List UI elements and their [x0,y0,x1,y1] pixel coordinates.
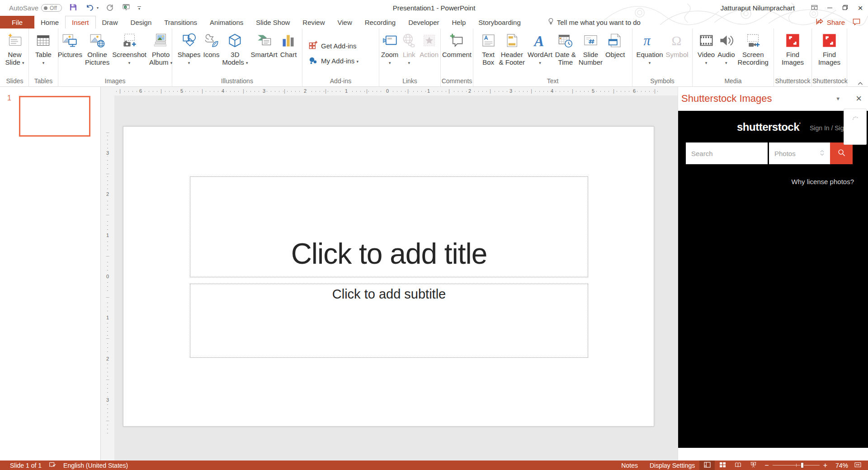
ribbon-button-new-slide[interactable]: NewSlide ▾ [4,29,25,67]
undo-button[interactable] [85,4,94,13]
ribbon-button-get-add-ins[interactable]: Get Add-ins [308,40,356,50]
display-settings-button[interactable]: Display Settings [642,461,699,470]
tab-view[interactable]: View [331,16,359,28]
ribbon-display-options-button[interactable] [807,2,822,14]
ribbon-group-tables-1: Table▾Tables [29,28,58,86]
why-license-link[interactable]: Why license photos? [792,178,854,185]
ribbon-button-label: SmartArt [250,51,277,58]
subtitle-placeholder[interactable]: Click to add subtitle [190,284,588,358]
zoom-slider-thumb[interactable] [801,462,804,468]
ribbon-button-screen-recording[interactable]: ScreenRecording [736,29,770,66]
tab-draw[interactable]: Draw [96,16,124,28]
slideshow-view-button[interactable] [745,461,761,470]
ribbon-button-zoom[interactable]: Zoom▾ [380,29,400,67]
tell-me-box[interactable]: Tell me what you want to do [548,16,641,28]
ribbon-button-video[interactable]: Video▾ [696,29,716,67]
ribbon-button-smartart[interactable]: SmartArt [249,29,278,58]
ribbon-button-header-footer[interactable]: Header& Footer [498,29,527,66]
zoom-level[interactable]: 74% [831,462,850,469]
ribbon-button-symbol[interactable]: ΩSymbol [665,29,690,58]
autosave-control[interactable]: AutoSave Off [9,4,62,12]
ribbon-button-link[interactable]: Link▾ [400,29,418,67]
panel-options-dropdown[interactable]: ▼ [835,96,840,101]
ribbon-button-date-time[interactable]: Date &Time [554,29,577,66]
ribbon-button-action[interactable]: Action [418,29,440,58]
language-indicator[interactable]: English (United States) [63,462,128,469]
ribbon-button-label: Shapes▾ [178,51,201,67]
autosave-toggle[interactable]: Off [41,4,62,12]
zoom-out-button[interactable]: − [764,462,769,469]
save-button[interactable] [68,4,78,13]
ribbon-button-text-box[interactable]: TextBox [479,29,498,66]
comments-pane-button[interactable] [852,18,861,27]
ribbon-button-comment[interactable]: Comment [441,29,473,58]
ruler-number: 1 [106,314,109,321]
title-placeholder[interactable]: Click to add title [190,176,588,277]
equation-icon: π [642,32,657,49]
tab-transitions[interactable]: Transitions [158,16,203,28]
tab-slide-show[interactable]: Slide Show [250,16,296,28]
ribbon-button-pictures[interactable]: Pictures [57,29,84,58]
search-input[interactable] [686,142,768,164]
ribbon-button-object[interactable]: Object [604,29,626,58]
share-button[interactable]: Share [816,18,845,27]
tab-insert[interactable]: Insert [65,16,96,28]
customize-qat-button[interactable]: ▾ [137,6,141,10]
tab-developer[interactable]: Developer [402,16,445,28]
ribbon-button-audio[interactable]: Audio▾ [716,29,736,67]
minimize-button[interactable] [822,2,837,14]
ribbon-button-screenshot[interactable]: Screenshot▾ [111,29,148,67]
ribbon-group-illustrations-3: Shapes▾Icons3DModels ▾SmartArtChartIllus… [172,28,302,86]
ribbon-button-online-pictures[interactable]: OnlinePictures [84,29,111,66]
tab-animations[interactable]: Animations [203,16,250,28]
ribbon-button-find-images-2[interactable]: FindImages [817,29,842,66]
close-button[interactable]: × [853,2,868,14]
fit-slide-button[interactable] [850,461,865,470]
reading-view-button[interactable] [730,461,745,470]
ribbon-button-my-add-ins[interactable]: My Add-ins ▾ [308,55,359,66]
notes-button[interactable]: Notes [614,461,642,470]
tab-home[interactable]: Home [34,16,65,28]
tab-design[interactable]: Design [124,16,158,28]
slide-thumbnail[interactable] [19,96,90,137]
search-button[interactable] [830,142,853,164]
user-name: Jatturaput Nilumprachart [721,4,795,12]
ribbon-button-table[interactable]: Table▾ [34,29,53,67]
slide-indicator[interactable]: Slide 1 of 1 [10,462,42,469]
start-slideshow-icon [122,3,130,13]
tab-recording[interactable]: Recording [359,16,402,28]
ribbon-button-shapes[interactable]: Shapes▾ [176,29,202,67]
normal-view-button[interactable] [699,461,715,470]
tab-file[interactable]: File [0,16,34,28]
tab-help[interactable]: Help [446,16,472,28]
panel-close-button[interactable]: × [856,94,862,103]
zoom-slider[interactable] [773,461,820,470]
undo-dropdown[interactable]: ▾ [97,6,99,10]
start-slideshow-button[interactable] [121,4,131,13]
ribbon-button-slide-number[interactable]: SlideNumber [577,29,604,66]
titlebar-right: Jatturaput Nilumprachart × [721,2,868,14]
redo-button[interactable] [105,4,115,13]
ribbon-button-wordart[interactable]: AWordArt▾ [526,29,554,67]
ribbon-button-3d-models[interactable]: 3DModels ▾ [221,29,249,67]
zoom-in-button[interactable]: + [823,462,827,469]
ribbon-button-equation[interactable]: πEquation▾ [635,29,664,67]
link-icon [401,32,417,49]
restore-button[interactable] [837,2,853,14]
sign-in-link[interactable]: Sign In / Sign [810,124,847,132]
ribbon-button-find-images-1[interactable]: FindImages [780,29,805,66]
ribbon-button-icons[interactable]: Icons [202,29,221,58]
tab-storyboarding[interactable]: Storyboarding [472,16,527,28]
ribbon-button-photo-album[interactable]: PhotoAlbum ▾ [148,29,174,67]
main-area: 1 6543210123456|||||||||||||| 3210123———… [0,87,868,461]
spellcheck-button[interactable] [49,461,56,470]
slide[interactable]: Click to add title Click to add subtitle [123,126,654,427]
slide-sorter-view-button[interactable] [715,461,730,470]
ribbon-button-label: Icons [203,51,220,58]
ribbon-button-label: ScreenRecording [738,51,769,66]
collapse-ribbon-button[interactable] [857,79,863,85]
media-type-select[interactable]: Photos [769,142,830,164]
ribbon-button-label: PhotoAlbum ▾ [149,51,172,67]
tab-review[interactable]: Review [296,16,331,28]
ribbon-button-chart[interactable]: Chart [279,29,298,58]
